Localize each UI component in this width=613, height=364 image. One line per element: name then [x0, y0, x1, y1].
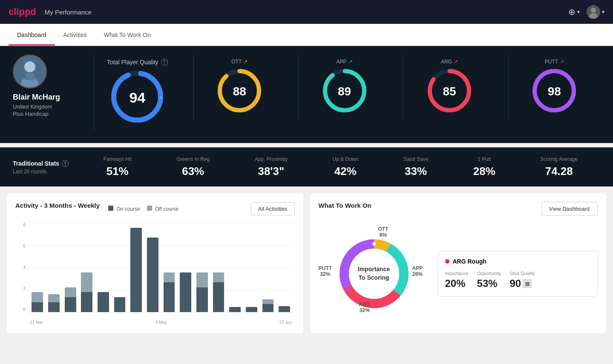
wtwo-detail: ARG Rough Importance 20% Opportunity 53%…	[438, 251, 598, 297]
ott-trend-icon: ↗	[243, 59, 248, 65]
bar-group-13	[244, 223, 259, 312]
bar-group-1	[46, 223, 62, 312]
bar-stack-7	[147, 238, 158, 312]
bar-chart: 8 6 4 2 0 21 Mar 9 May 27 Jun	[15, 223, 295, 325]
bar-on-course-5	[114, 297, 126, 312]
bar-group-7	[145, 223, 161, 312]
shot-quality-badge: ▤	[523, 279, 532, 288]
y-label-6: 6	[15, 244, 27, 249]
all-activities-button[interactable]: All Activities	[251, 202, 295, 215]
bar-off-course-8	[164, 272, 175, 282]
header-title: My Performance	[45, 9, 92, 16]
stats-period: Last 20 rounds	[13, 169, 81, 175]
bottom-section: Activity - 3 Months - Weekly On course O…	[0, 186, 613, 340]
arg-trend-icon: ↗	[454, 59, 458, 65]
putt-segment-label: PUTT 32%	[319, 265, 332, 277]
performance-panel: Blair McHarg United Kingdom Plus Handica…	[0, 46, 613, 143]
putt-score: 98	[548, 85, 561, 98]
putt-gauge: 98	[531, 67, 578, 116]
app-gauge: 89	[321, 67, 368, 116]
tab-what-to-work-on[interactable]: What To Work On	[95, 24, 159, 46]
avatar-button[interactable]: ▾	[587, 5, 604, 19]
tab-activities[interactable]: Activities	[55, 24, 95, 46]
chart-legend: On course Off course	[108, 206, 178, 212]
arg-gauge: 85	[426, 67, 473, 116]
bars-container	[27, 223, 295, 312]
bar-group-3	[79, 223, 95, 312]
bar-off-course-0	[32, 292, 43, 302]
bar-on-course-1	[48, 302, 60, 312]
grid-line-0	[27, 312, 295, 312]
on-course-legend-dot	[108, 206, 113, 211]
bar-on-course-6	[130, 228, 142, 312]
avatar	[587, 5, 600, 19]
total-quality-score: 94	[129, 89, 145, 106]
x-label-mar: 21 Mar	[30, 320, 43, 325]
svg-point-0	[591, 8, 596, 13]
activity-chart-panel: Activity - 3 Months - Weekly On course O…	[7, 193, 303, 333]
activity-chart-header: Activity - 3 Months - Weekly On course O…	[15, 202, 295, 216]
bar-group-10	[195, 223, 210, 312]
bar-group-12	[227, 223, 243, 312]
bar-group-2	[63, 223, 78, 312]
bar-stack-15	[279, 306, 290, 312]
bar-on-course-3	[81, 292, 92, 312]
arg-segment-label: ARG 32%	[359, 301, 371, 313]
arg-score: 85	[443, 85, 456, 98]
stat-scoring-average: Scoring Average 74.28	[540, 156, 578, 178]
app-segment-label: APP 28%	[412, 265, 423, 277]
nav-tabs: Dashboard Activities What To Work On	[0, 24, 613, 46]
bar-on-course-8	[164, 282, 175, 312]
arg-label: ARG ↗	[441, 59, 458, 65]
bar-stack-9	[180, 272, 191, 312]
tab-dashboard[interactable]: Dashboard	[9, 24, 55, 46]
on-course-legend: On course	[108, 206, 140, 212]
stat-greens-in-reg: Greens In Reg 63%	[176, 156, 210, 178]
bar-stack-3	[81, 272, 92, 312]
y-label-0: 0	[15, 307, 27, 312]
bar-off-course-14	[262, 299, 274, 304]
logo: clippd	[9, 6, 36, 17]
ott-gauge: 88	[216, 67, 263, 116]
detail-card-title: ARG Rough	[445, 258, 591, 265]
ott-score: 88	[233, 85, 246, 98]
bar-on-course-15	[279, 306, 290, 312]
donut-center-label: Importance To Scoring	[331, 231, 417, 316]
add-button[interactable]: ⊕ ▾	[568, 7, 580, 17]
bar-on-course-9	[180, 272, 191, 312]
bar-on-course-4	[98, 292, 109, 312]
off-course-legend: Off course	[147, 206, 178, 212]
bar-group-9	[178, 223, 193, 312]
player-name: Blair McHarg	[13, 93, 81, 102]
detail-metrics: Importance 20% Opportunity 53% Shot Qual…	[445, 271, 591, 289]
bar-on-course-12	[229, 307, 241, 312]
player-info: Blair McHarg United Kingdom Plus Handica…	[13, 54, 81, 117]
svg-point-3	[24, 61, 35, 72]
y-axis: 8 6 4 2 0	[15, 223, 27, 312]
bar-off-course-10	[196, 272, 208, 287]
info-icon[interactable]: ?	[161, 59, 168, 66]
what-to-work-on-panel: What To Work On View Dashboard	[310, 193, 607, 333]
bar-stack-14	[262, 299, 274, 312]
bar-group-6	[129, 223, 144, 312]
app-label: APP ↗	[337, 59, 353, 65]
bar-off-course-3	[81, 272, 92, 292]
detail-card: ARG Rough Importance 20% Opportunity 53%…	[438, 251, 598, 297]
bar-group-5	[112, 223, 127, 312]
player-country: United Kingdom	[13, 103, 81, 110]
detail-shot-quality-value-group: 90 ▤	[509, 278, 535, 289]
total-quality-section: Total Player Quality ? 94	[94, 54, 181, 130]
view-dashboard-button[interactable]: View Dashboard	[541, 202, 598, 216]
arg-gauge-section: ARG ↗ 85	[403, 54, 495, 120]
bar-group-14	[260, 223, 276, 312]
player-handicap: Plus Handicap	[13, 111, 81, 117]
ott-label: OTT ↗	[231, 59, 248, 65]
bar-stack-11	[213, 272, 224, 312]
detail-importance: Importance 20%	[445, 271, 469, 289]
stat-up-down: Up & Down 42%	[333, 156, 359, 178]
activity-chart-title-group: Activity - 3 Months - Weekly On course O…	[15, 202, 178, 216]
stats-info-icon[interactable]: ?	[62, 160, 69, 167]
bar-group-11	[211, 223, 226, 312]
y-label-8: 8	[15, 223, 27, 227]
player-section: Blair McHarg United Kingdom Plus Handica…	[13, 54, 600, 130]
